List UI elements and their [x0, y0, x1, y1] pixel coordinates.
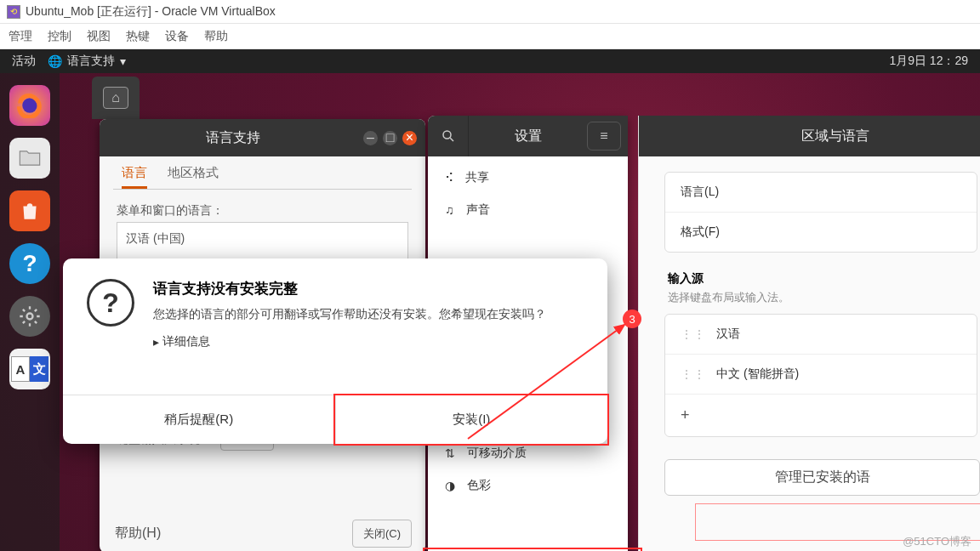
install-button[interactable]: 安装(I) — [335, 395, 608, 444]
maximize-button[interactable]: □ — [383, 131, 397, 145]
topbar-app-indicator[interactable]: 🌐 语言支持 ▾ — [48, 54, 126, 69]
svg-point-1 — [27, 314, 33, 320]
drag-handle-icon[interactable]: ⋮⋮ — [681, 327, 706, 341]
virtualbox-icon: ⟲ — [7, 5, 20, 19]
language-support-dialog: ? 语言支持没有安装完整 您选择的语言的部分可用翻译或写作帮助还没有安装。您希望… — [63, 258, 607, 444]
region-language-row[interactable]: 语言(L) — [665, 173, 977, 212]
help-button[interactable]: 帮助(H) — [113, 520, 162, 548]
close-button-footer[interactable]: 关闭(C) — [352, 520, 412, 548]
help-icon: ? — [22, 250, 37, 277]
clock[interactable]: 1月9日 12：29 — [889, 54, 968, 69]
virtualbox-menubar[interactable]: 管理 控制 视图 热键 设备 帮助 — [0, 24, 980, 49]
settings-label: 可移动介质 — [467, 446, 527, 461]
dialog-details-toggle[interactable]: ▸ 详细信息 — [153, 334, 546, 349]
add-input-source-button[interactable]: + — [665, 394, 977, 436]
folder-icon — [18, 148, 42, 168]
input-source-item-chinese[interactable]: ⋮⋮ 汉语 — [665, 315, 977, 354]
virtualbox-title: Ubuntu_Mob [正在运行] - Oracle VM VirtualBox — [26, 4, 276, 20]
settings-label: 声音 — [466, 202, 490, 218]
vb-menu-manage[interactable]: 管理 — [9, 29, 32, 44]
gear-icon — [18, 304, 42, 328]
settings-label: 共享 — [465, 170, 489, 185]
language-list[interactable]: 汉语 (中国) — [117, 222, 408, 261]
virtualbox-titlebar: ⟲ Ubuntu_Mob [正在运行] - Oracle VM VirtualB… — [0, 0, 980, 24]
input-source-label: 汉语 — [716, 327, 740, 342]
input-source-label: 输入源 — [668, 271, 980, 287]
svg-point-2 — [443, 131, 451, 139]
language-support-title: 语言支持 — [108, 129, 358, 147]
menu-language-label: 菜单和窗口的语言： — [117, 203, 408, 219]
settings-item-sound[interactable]: ♫ 声音 — [428, 194, 628, 226]
close-button[interactable]: × — [402, 131, 417, 145]
vb-menu-view[interactable]: 视图 — [87, 29, 111, 44]
music-note-icon: ♫ — [445, 203, 454, 217]
dialog-actions: 稍后提醒(R) 安装(I) — [63, 395, 607, 444]
dialog-details-label: 详细信息 — [162, 334, 210, 349]
dock-settings[interactable] — [9, 296, 50, 337]
input-source-list: ⋮⋮ 汉语 ⋮⋮ 中文 (智能拼音) + — [664, 314, 977, 437]
files-window-peek[interactable]: ⌂ — [92, 77, 140, 119]
settings-label: 色彩 — [467, 478, 491, 493]
input-source-hint: 选择键盘布局或输入法。 — [668, 290, 980, 305]
settings-title: 设置 — [469, 128, 587, 145]
region-title: 区域与语言 — [801, 128, 869, 145]
globe-icon: 🌐 — [48, 54, 62, 68]
dock: ? A 文 — [0, 73, 60, 551]
ubuntu-desktop: ? A 文 ⌂ 语言支持 – □ × 语言 地区格式 菜单和窗口的语言： 汉语 … — [0, 73, 980, 551]
settings-search-button[interactable] — [428, 116, 469, 156]
tab-language[interactable]: 语言 — [122, 165, 147, 189]
dialog-message: 您选择的语言的部分可用翻译或写作帮助还没有安装。您希望现在安装吗？ — [153, 307, 546, 322]
vb-menu-control[interactable]: 控制 — [48, 29, 71, 44]
home-icon: ⌂ — [103, 87, 128, 109]
settings-item-color[interactable]: ◑ 色彩 — [428, 469, 628, 502]
dialog-title: 语言支持没有安装完整 — [153, 279, 546, 298]
dock-language-support[interactable]: A 文 — [9, 349, 50, 389]
dock-files[interactable] — [9, 138, 50, 179]
region-format-row[interactable]: 格式(F) — [665, 212, 977, 252]
input-source-item-pinyin[interactable]: ⋮⋮ 中文 (智能拼音) — [665, 354, 977, 394]
annotation-badge-3: 3 — [623, 310, 641, 328]
tab-regional-format[interactable]: 地区格式 — [168, 165, 219, 189]
region-body: 语言(L) 格式(F) 输入源 选择键盘布局或输入法。 ⋮⋮ 汉语 ⋮⋮ 中文 … — [639, 156, 980, 496]
chevron-down-icon: ▾ — [120, 54, 126, 68]
hamburger-menu-button[interactable]: ≡ — [587, 122, 621, 151]
letter-cjk-icon: 文 — [30, 356, 48, 382]
firefox-icon — [17, 93, 43, 118]
settings-header: 设置 ≡ — [428, 116, 628, 156]
vb-menu-help[interactable]: 帮助 — [204, 29, 228, 44]
language-tabs: 语言 地区格式 — [100, 156, 425, 189]
chevron-right-icon: ▸ — [153, 335, 159, 349]
region-header: 区域与语言 — [639, 116, 980, 156]
settings-item-share[interactable]: ⠪ 共享 — [428, 162, 628, 194]
hamburger-icon: ≡ — [600, 128, 607, 144]
input-source-label: 中文 (智能拼音) — [716, 366, 799, 382]
region-language-window: 区域与语言 语言(L) 格式(F) 输入源 选择键盘布局或输入法。 ⋮⋮ 汉语 … — [638, 116, 980, 551]
dock-software[interactable] — [9, 190, 50, 231]
language-item[interactable]: 汉语 (中国) — [126, 231, 185, 245]
topbar-app-label: 语言支持 — [67, 54, 115, 69]
watermark: @51CTO博客 — [903, 534, 971, 549]
share-icon: ⠪ — [445, 171, 453, 185]
usb-icon: ⇅ — [445, 446, 455, 460]
dock-firefox[interactable] — [9, 85, 50, 126]
minimize-button[interactable]: – — [363, 131, 378, 145]
language-support-titlebar[interactable]: 语言支持 – □ × — [100, 119, 425, 156]
ubuntu-topbar: 活动 🌐 语言支持 ▾ 1月9日 12：29 — [0, 49, 980, 73]
dock-help[interactable]: ? — [9, 243, 50, 284]
activities-button[interactable]: 活动 — [12, 54, 36, 69]
shopping-bag-icon — [19, 200, 41, 222]
letter-a-icon: A — [11, 356, 30, 382]
question-icon: ? — [87, 279, 134, 327]
vb-menu-hotkeys[interactable]: 热键 — [126, 29, 150, 44]
search-icon — [441, 128, 456, 144]
color-icon: ◑ — [445, 479, 455, 492]
region-lang-format-list: 语言(L) 格式(F) — [664, 172, 977, 253]
manage-installed-languages-button[interactable]: 管理已安装的语 — [664, 459, 980, 496]
vb-menu-devices[interactable]: 设备 — [165, 29, 189, 44]
drag-handle-icon[interactable]: ⋮⋮ — [681, 367, 706, 381]
remind-later-button[interactable]: 稍后提醒(R) — [63, 395, 335, 444]
language-footer: 帮助(H) 关闭(C) — [100, 520, 425, 548]
